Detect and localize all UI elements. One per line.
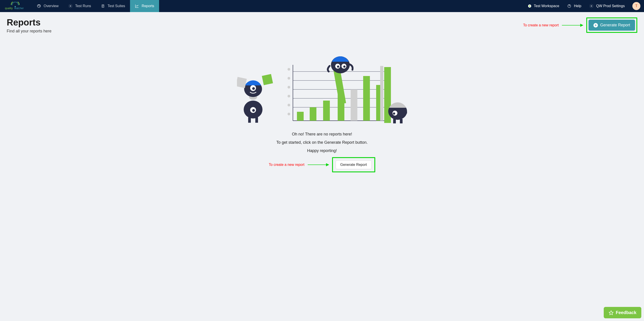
svg-rect-40 [262, 74, 273, 85]
svg-point-15 [288, 68, 290, 71]
svg-point-39 [252, 87, 255, 90]
svg-point-4 [70, 5, 71, 7]
page-header: Reports Find all your reports here To cr… [7, 17, 637, 33]
plus-icon: + [594, 23, 598, 27]
svg-point-16 [288, 77, 290, 80]
nav-test-suites-label: Test Suites [108, 4, 125, 8]
svg-point-44 [337, 65, 339, 68]
svg-rect-51 [400, 119, 402, 123]
svg-text:watcher: watcher [14, 7, 24, 10]
generate-report-button-label: Generate Report [600, 23, 630, 27]
page-title: Reports [7, 17, 52, 27]
generate-report-button[interactable]: + Generate Report [588, 20, 635, 31]
nav-reports[interactable]: Reports [130, 0, 159, 12]
nav-right: Test Workspace Help QW Prod Settings T [524, 0, 644, 12]
annotation-arrow-icon [562, 25, 583, 25]
generate-report-secondary-label: Generate Report [340, 163, 367, 167]
star-icon [609, 310, 614, 315]
svg-point-33 [252, 109, 255, 112]
help-link[interactable]: Help [563, 0, 585, 12]
svg-point-17 [288, 86, 290, 88]
nav-overview[interactable]: Overview [32, 0, 64, 12]
annotation-highlight-box: + Generate Report [586, 17, 637, 33]
page-header-left: Reports Find all your reports here [7, 17, 52, 33]
feedback-button[interactable]: Feedback [604, 307, 641, 318]
svg-rect-50 [393, 119, 396, 123]
svg-rect-23 [323, 101, 330, 121]
settings-gear-icon [590, 4, 594, 8]
empty-state: Oh no! There are no reports here! To get… [7, 49, 637, 172]
svg-text:quality: quality [5, 7, 13, 10]
empty-state-illustration [237, 49, 407, 127]
pie-chart-icon [37, 4, 41, 8]
empty-text-line2: To get started, click on the Generate Re… [276, 140, 368, 145]
svg-point-20 [288, 113, 290, 115]
svg-point-7 [591, 5, 592, 7]
nav-items: Overview Test Runs Test Suites Reports [32, 0, 159, 12]
nav-test-runs[interactable]: Test Runs [64, 0, 96, 12]
settings-label: QW Prod Settings [596, 4, 625, 8]
empty-text-line1: Oh no! There are no reports here! [292, 132, 352, 137]
svg-rect-35 [255, 117, 258, 123]
svg-rect-26 [363, 76, 370, 121]
annotation-top-hint: To create a new report [523, 23, 559, 27]
chart-icon [135, 4, 139, 8]
help-icon [567, 4, 571, 8]
svg-rect-21 [297, 112, 304, 121]
feedback-button-label: Feedback [616, 310, 636, 315]
workspace-label: Test Workspace [534, 4, 560, 8]
page-header-right: To create a new report + Generate Report [523, 17, 637, 33]
workspace-selector[interactable]: Test Workspace [524, 0, 564, 12]
generate-report-button-secondary[interactable]: Generate Report [336, 160, 372, 169]
bottom-annotation-row: To create a new report Generate Report [269, 157, 375, 172]
svg-rect-34 [248, 117, 251, 123]
clipboard-icon [101, 4, 105, 8]
annotation-highlight-box-sm: Generate Report [332, 157, 375, 172]
empty-text-line3: Happy reporting! [307, 148, 337, 153]
avatar-initial: T [635, 4, 638, 8]
svg-point-46 [343, 65, 346, 68]
svg-point-49 [393, 112, 395, 115]
svg-rect-22 [310, 107, 316, 121]
svg-rect-30 [380, 66, 383, 121]
avatar[interactable]: T [632, 2, 640, 10]
help-label: Help [574, 4, 581, 8]
nav-test-runs-label: Test Runs [75, 4, 91, 8]
logo[interactable]: quality watcher [3, 2, 28, 10]
svg-rect-29 [351, 89, 357, 121]
content: Reports Find all your reports here To cr… [0, 12, 644, 321]
nav-test-suites[interactable]: Test Suites [96, 0, 130, 12]
navbar: quality watcher Overview Test Runs Test … [0, 0, 644, 12]
nav-overview-label: Overview [44, 4, 59, 8]
nav-reports-label: Reports [142, 4, 154, 8]
svg-marker-52 [609, 311, 613, 315]
annotation-bottom-hint: To create a new report [269, 163, 304, 167]
settings-link[interactable]: QW Prod Settings [585, 0, 629, 12]
workspace-status-icon [528, 4, 531, 7]
page-subtitle: Find all your reports here [7, 29, 52, 33]
svg-point-18 [288, 95, 290, 97]
annotation-arrow-icon [308, 165, 329, 165]
gear-icon [68, 4, 72, 8]
svg-point-19 [288, 104, 290, 106]
